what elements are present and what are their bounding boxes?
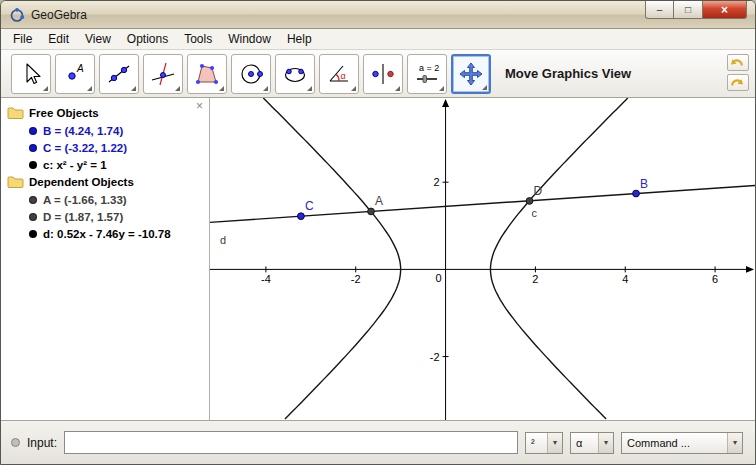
point-A[interactable] — [368, 208, 375, 215]
folder-icon — [7, 106, 24, 120]
menu-window[interactable]: Window — [220, 30, 279, 48]
algebra-section-title: Free Objects — [29, 107, 99, 119]
tool-options-arrow-icon[interactable] — [307, 86, 312, 91]
command-dropdown[interactable]: Command ... ▾ — [621, 432, 743, 454]
polygon-icon — [194, 61, 220, 87]
tool-button-reflect-object[interactable] — [363, 54, 403, 94]
tool-options-arrow-icon[interactable] — [482, 85, 487, 90]
point-D[interactable] — [526, 198, 533, 205]
redo-button[interactable] — [727, 74, 749, 91]
tool-button-conic-through-points[interactable] — [275, 54, 315, 94]
x-tick-label: 4 — [622, 273, 628, 285]
active-tool-label: Move Graphics View — [505, 66, 631, 81]
object-visibility-marker-icon[interactable] — [29, 161, 37, 169]
move-icon — [18, 61, 44, 87]
coordinate-plane[interactable]: -4-2246-220cdABCD — [210, 98, 755, 420]
line-d — [210, 185, 755, 222]
tool-options-arrow-icon[interactable] — [395, 86, 400, 91]
undo-button[interactable] — [727, 54, 749, 71]
tool-button-polygon[interactable] — [187, 54, 227, 94]
perpendicular-line-icon — [150, 61, 176, 87]
chevron-down-icon: ▾ — [547, 433, 562, 453]
titlebar[interactable]: GeoGebra – □ × — [1, 1, 755, 29]
maximize-button[interactable]: □ — [674, 1, 702, 19]
algebra-item[interactable]: A = (-1.66, 1.33) — [1, 191, 209, 208]
tool-options-arrow-icon[interactable] — [87, 86, 92, 91]
close-button[interactable]: × — [702, 1, 747, 19]
algebra-section-dependent-objects[interactable]: Dependent Objects — [1, 173, 209, 191]
object-visibility-marker-icon[interactable] — [29, 213, 37, 221]
point-label-C: C — [305, 199, 314, 213]
algebra-close-icon[interactable]: × — [196, 100, 203, 112]
menu-bar: FileEditViewOptionsToolsWindowHelp — [1, 29, 755, 50]
tool-options-arrow-icon[interactable] — [175, 86, 180, 91]
algebra-item[interactable]: B = (4.24, 1.74) — [1, 122, 209, 139]
circle-center-point-icon — [238, 61, 264, 87]
algebra-item-text: B = (4.24, 1.74) — [43, 125, 123, 137]
object-visibility-marker-icon[interactable] — [29, 127, 37, 135]
tool-button-new-point[interactable]: A — [55, 54, 95, 94]
minimize-button[interactable]: – — [645, 1, 674, 19]
undo-icon — [729, 55, 747, 71]
command-dropdown-value: Command ... — [627, 437, 690, 449]
tool-button-move-graphics-view[interactable] — [451, 54, 491, 94]
algebra-section-free-objects[interactable]: Free Objects — [1, 104, 209, 122]
point-label-B: B — [640, 177, 648, 191]
svg-text:a = 2: a = 2 — [419, 63, 439, 73]
input-help-icon[interactable] — [11, 438, 20, 447]
tool-options-arrow-icon[interactable] — [263, 86, 268, 91]
menu-edit[interactable]: Edit — [40, 30, 77, 48]
tool-button-slider[interactable]: a = 2 — [407, 54, 447, 94]
menu-file[interactable]: File — [5, 30, 40, 48]
menu-options[interactable]: Options — [119, 30, 176, 48]
menu-view[interactable]: View — [77, 30, 119, 48]
object-visibility-marker-icon[interactable] — [29, 196, 37, 204]
tool-options-arrow-icon[interactable] — [439, 86, 444, 91]
algebra-item-text: C = (-3.22, 1.22) — [43, 142, 127, 154]
superscript-dropdown[interactable]: ² ▾ — [525, 432, 563, 454]
tool-options-arrow-icon[interactable] — [43, 86, 48, 91]
input-field[interactable] — [64, 431, 518, 454]
tool-options-arrow-icon[interactable] — [131, 86, 136, 91]
point-B[interactable] — [633, 190, 640, 197]
menu-help[interactable]: Help — [279, 30, 320, 48]
object-visibility-marker-icon[interactable] — [29, 144, 37, 152]
tool-options-arrow-icon[interactable] — [219, 86, 224, 91]
algebra-item[interactable]: D = (1.87, 1.57) — [1, 208, 209, 225]
svg-text:A: A — [76, 63, 84, 74]
algebra-item-text: c: x² - y² = 1 — [43, 159, 107, 171]
menu-tools[interactable]: Tools — [176, 30, 220, 48]
algebra-view: × Free ObjectsB = (4.24, 1.74)C = (-3.22… — [1, 98, 210, 420]
line-label: d — [220, 234, 226, 246]
point-C[interactable] — [298, 213, 305, 220]
redo-icon — [729, 75, 747, 91]
object-visibility-marker-icon[interactable] — [29, 230, 37, 238]
tool-button-move[interactable] — [11, 54, 51, 94]
algebra-item-text: d: 0.52x - 7.46y = -10.78 — [43, 228, 171, 240]
algebra-item[interactable]: c: x² - y² = 1 — [1, 156, 209, 173]
tool-button-perpendicular-line[interactable] — [143, 54, 183, 94]
tool-button-line-through-two-points[interactable] — [99, 54, 139, 94]
tool-button-angle[interactable]: α — [319, 54, 359, 94]
tool-button-circle-center-point[interactable] — [231, 54, 271, 94]
tool-buttons: Aαa = 2 — [11, 54, 491, 94]
algebra-item-text: D = (1.87, 1.57) — [43, 211, 123, 223]
x-tick-label: 6 — [712, 273, 718, 285]
origin-label: 0 — [435, 272, 441, 284]
geogebra-logo-icon — [9, 7, 25, 23]
greek-letter-dropdown[interactable]: α ▾ — [570, 432, 614, 454]
conic-through-points-icon — [282, 61, 308, 87]
tool-options-arrow-icon[interactable] — [351, 86, 356, 91]
algebra-item[interactable]: d: 0.52x - 7.46y = -10.78 — [1, 225, 209, 242]
angle-icon: α — [326, 61, 352, 87]
x-axis-arrow-icon — [746, 266, 754, 273]
graphics-view[interactable]: -4-2246-220cdABCD — [210, 98, 755, 420]
x-tick-label: -2 — [351, 273, 361, 285]
chevron-down-icon: ▾ — [727, 433, 742, 453]
algebra-item[interactable]: C = (-3.22, 1.22) — [1, 139, 209, 156]
x-tick-label: 2 — [532, 273, 538, 285]
folder-icon — [7, 175, 24, 189]
conic-label: c — [531, 207, 537, 219]
greek-dropdown-value: α — [576, 437, 582, 449]
move-graphics-view-icon — [458, 61, 484, 87]
